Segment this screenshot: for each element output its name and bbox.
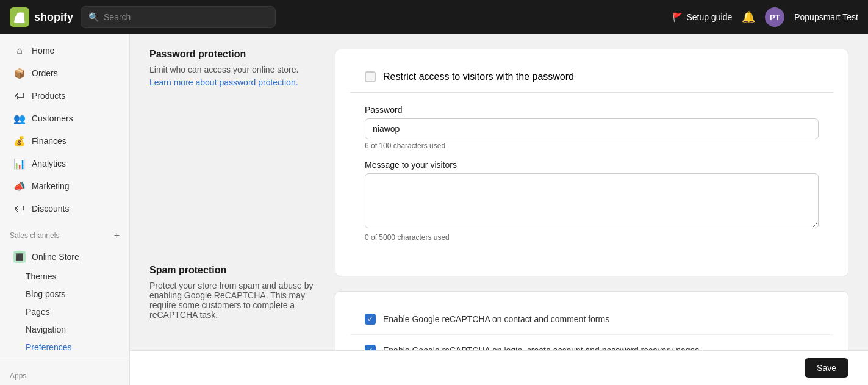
customers-icon: 👥	[13, 112, 26, 124]
setup-guide-label: Setup guide	[686, 12, 732, 22]
password-protection-title: Password protection	[149, 49, 320, 60]
sidebar-item-home[interactable]: ⌂ Home	[4, 40, 126, 62]
add-apps-button[interactable]: + Add apps	[0, 381, 129, 385]
pages-label: Pages	[26, 307, 50, 317]
right-col: Restrict access to visitors with the pas…	[335, 49, 848, 378]
sidebar-sub-themes[interactable]: Themes	[4, 268, 126, 285]
sidebar-item-label-customers: Customers	[32, 113, 73, 123]
spam-protection-title: Spam protection	[149, 265, 320, 276]
sidebar-item-marketing[interactable]: 📣 Marketing	[4, 175, 126, 197]
sidebar-item-orders[interactable]: 📦 Orders	[4, 62, 126, 84]
sidebar-item-online-store[interactable]: ⬛ Online Store	[4, 246, 126, 267]
notifications-bell-icon[interactable]: 🔔	[742, 10, 755, 24]
shopify-logo: shopify	[10, 7, 73, 27]
message-textarea[interactable]	[365, 173, 819, 228]
sidebar-nav: ⌂ Home 📦 Orders 🏷 Products 👥 Customers 💰…	[0, 34, 129, 385]
marketing-icon: 📣	[13, 180, 26, 192]
message-label: Message to your visitors	[365, 160, 819, 170]
preferences-label: Preferences	[26, 342, 71, 352]
sidebar-item-analytics[interactable]: 📊 Analytics	[4, 153, 126, 175]
save-button[interactable]: Save	[805, 358, 848, 378]
sidebar-sub-pages[interactable]: Pages	[4, 303, 126, 320]
search-icon: 🔍	[88, 12, 99, 22]
online-store-label: Online Store	[32, 252, 79, 262]
topbar-left: shopify 🔍 Search	[10, 6, 276, 28]
message-char-count: 0 of 5000 characters used	[365, 233, 819, 242]
password-protection-section: Password protection Limit who can access…	[149, 49, 320, 88]
navigation-label: Navigation	[26, 325, 66, 334]
themes-label: Themes	[26, 272, 57, 281]
finances-icon: 💰	[13, 135, 26, 147]
recaptcha-contact-checkbox[interactable]: ✓	[365, 314, 376, 325]
spam-protection-section: Spam protection Protect your store from …	[149, 265, 320, 320]
save-bar: Save	[130, 350, 868, 385]
password-label: Password	[365, 105, 819, 115]
analytics-icon: 📊	[13, 157, 26, 170]
logo-text: shopify	[34, 11, 73, 24]
spam-protection-desc: Protect your store from spam and abuse b…	[149, 281, 320, 320]
restrict-access-label: Restrict access to visitors with the pas…	[383, 71, 574, 82]
avatar[interactable]: PT	[765, 7, 784, 27]
layout: ⌂ Home 📦 Orders 🏷 Products 👥 Customers 💰…	[0, 34, 868, 385]
password-input[interactable]	[365, 118, 819, 139]
setup-guide-button[interactable]: 🚩 Setup guide	[672, 12, 732, 22]
password-protection-link[interactable]: Learn more about password protection.	[149, 77, 298, 87]
content-row: Password protection Limit who can access…	[149, 49, 848, 378]
avatar-initials: PT	[770, 13, 780, 22]
sidebar: ⌂ Home 📦 Orders 🏷 Products 👥 Customers 💰…	[0, 34, 130, 385]
sidebar-sub-preferences[interactable]: Preferences	[4, 339, 126, 356]
sidebar-item-finances[interactable]: 💰 Finances	[4, 130, 126, 152]
sales-channels-add-icon[interactable]: +	[114, 230, 120, 241]
sidebar-item-label-discounts: Discounts	[32, 204, 69, 214]
sidebar-item-label-products: Products	[32, 91, 65, 101]
sidebar-item-products[interactable]: 🏷 Products	[4, 85, 126, 107]
password-char-count: 6 of 100 characters used	[365, 142, 819, 150]
password-protection-card: Restrict access to visitors with the pas…	[335, 49, 848, 276]
blog-posts-label: Blog posts	[26, 289, 65, 299]
restrict-access-checkbox[interactable]	[365, 71, 376, 82]
apps-section-label: Apps	[0, 368, 129, 381]
sidebar-item-label-analytics: Analytics	[32, 159, 66, 168]
recaptcha-contact-row: ✓ Enable Google reCAPTCHA on contact and…	[350, 304, 833, 335]
sidebar-item-label-orders: Orders	[32, 68, 58, 78]
sales-channels-label: Sales channels	[10, 231, 59, 240]
password-protection-desc: Limit who can access your online store.	[149, 65, 320, 74]
sales-channels-header: Sales channels +	[0, 225, 129, 246]
restrict-access-row: Restrict access to visitors with the pas…	[350, 62, 833, 92]
products-icon: 🏷	[13, 90, 26, 102]
search-placeholder: Search	[104, 12, 131, 22]
main-content: Password protection Limit who can access…	[130, 34, 868, 385]
discounts-icon: 🏷	[13, 203, 26, 215]
sidebar-sub-blog-posts[interactable]: Blog posts	[4, 286, 126, 303]
sidebar-item-discounts[interactable]: 🏷 Discounts	[4, 198, 126, 220]
sidebar-item-label-home: Home	[32, 46, 54, 56]
sidebar-sub-navigation[interactable]: Navigation	[4, 321, 126, 338]
online-store-icon: ⬛	[13, 251, 26, 263]
recaptcha-contact-label: Enable Google reCAPTCHA on contact and c…	[383, 314, 609, 324]
topbar: shopify 🔍 Search 🚩 Setup guide 🔔 PT Popu…	[0, 0, 868, 34]
shopify-logo-icon	[10, 7, 29, 27]
sidebar-item-customers[interactable]: 👥 Customers	[4, 107, 126, 129]
flag-icon: 🚩	[672, 12, 683, 22]
topbar-right: 🚩 Setup guide 🔔 PT Popupsmart Test	[672, 7, 858, 27]
orders-icon: 📦	[13, 67, 26, 79]
sidebar-item-label-finances: Finances	[32, 136, 66, 146]
sidebar-item-label-marketing: Marketing	[32, 181, 69, 191]
password-field-area: Password 6 of 100 characters used Messag…	[350, 93, 833, 264]
password-protection-left: Password protection Limit who can access…	[149, 49, 320, 322]
search-bar[interactable]: 🔍 Search	[81, 6, 276, 28]
store-name: Popupsmart Test	[794, 12, 858, 22]
home-icon: ⌂	[13, 45, 26, 57]
